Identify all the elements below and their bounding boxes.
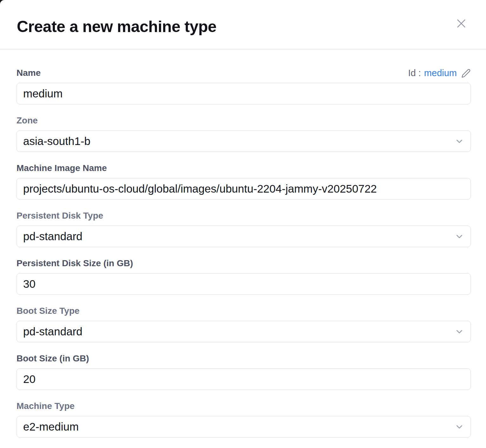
- modal-header: Create a new machine type: [0, 0, 486, 49]
- machine-type-value: e2-medium: [23, 420, 79, 433]
- zone-select-value: asia-south1-b: [23, 135, 90, 148]
- zone-select[interactable]: asia-south1-b: [16, 130, 471, 152]
- modal-title: Create a new machine type: [17, 17, 216, 36]
- id-row: Id : medium: [408, 68, 471, 78]
- persistent-disk-type-value: pd-standard: [23, 230, 82, 243]
- machine-image-name-input[interactable]: [16, 178, 471, 200]
- field-boot-size-type: Boot Size Type pd-standard: [16, 306, 471, 342]
- field-persistent-disk-type: Persistent Disk Type pd-standard: [16, 210, 471, 247]
- chevron-down-icon: [455, 327, 463, 336]
- field-machine-type: Machine Type e2-medium: [16, 401, 471, 438]
- field-name: Name Id : medium: [16, 68, 471, 104]
- machine-type-select[interactable]: e2-medium: [16, 416, 471, 438]
- close-button[interactable]: [454, 16, 468, 30]
- pencil-icon[interactable]: [461, 69, 471, 78]
- x-icon: [456, 18, 467, 29]
- boot-size-label: Boot Size (in GB): [16, 353, 471, 364]
- boot-size-type-label: Boot Size Type: [16, 306, 471, 316]
- chevron-down-icon: [455, 137, 463, 145]
- persistent-disk-type-label: Persistent Disk Type: [16, 210, 471, 221]
- boot-size-type-value: pd-standard: [23, 325, 82, 338]
- chevron-down-icon: [455, 232, 463, 240]
- machine-type-label: Machine Type: [16, 401, 471, 412]
- persistent-disk-type-select[interactable]: pd-standard: [16, 226, 471, 247]
- machine-image-name-label: Machine Image Name: [16, 163, 471, 174]
- id-label: Id :: [408, 68, 421, 78]
- zone-label: Zone: [16, 115, 471, 126]
- persistent-disk-size-label: Persistent Disk Size (in GB): [16, 258, 471, 269]
- chevron-down-icon: [455, 423, 463, 431]
- boot-size-input[interactable]: [16, 368, 471, 390]
- create-machine-type-modal: Create a new machine type Name Id : medi…: [0, 0, 486, 448]
- field-zone: Zone asia-south1-b: [16, 115, 471, 152]
- field-persistent-disk-size: Persistent Disk Size (in GB): [16, 258, 471, 295]
- modal-body: Name Id : medium Zone asia-south1-b: [0, 49, 486, 448]
- field-boot-size: Boot Size (in GB): [16, 353, 471, 390]
- boot-size-type-select[interactable]: pd-standard: [16, 321, 471, 342]
- id-value: medium: [424, 68, 457, 78]
- name-input[interactable]: [16, 83, 471, 104]
- field-machine-image-name: Machine Image Name: [16, 163, 471, 200]
- name-label: Name: [16, 68, 41, 78]
- persistent-disk-size-input[interactable]: [16, 273, 471, 295]
